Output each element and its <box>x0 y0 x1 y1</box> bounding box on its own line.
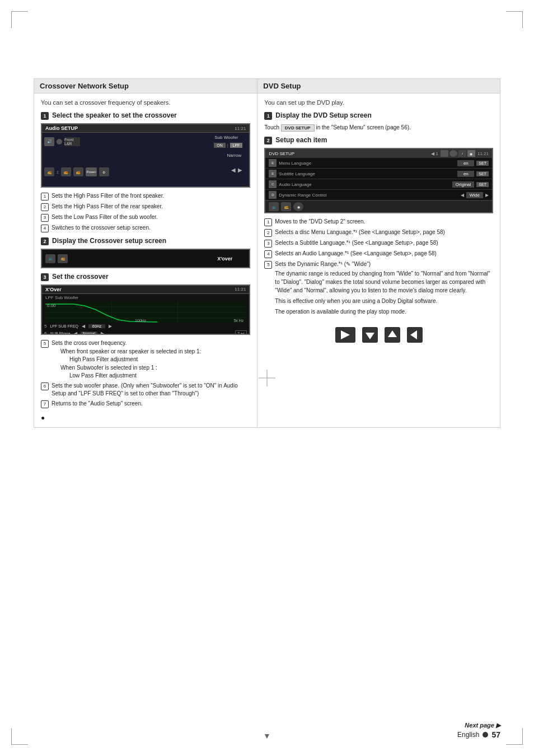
right-column: DVD Setup You can set up the DVD play. 1… <box>257 79 500 427</box>
dvd-row1-icon: E <box>269 159 277 167</box>
dvd-page-indicator: ◀ 1 <box>431 151 438 156</box>
xover-screen-title: X'Over <box>45 287 62 292</box>
dvd-step1-header: 1 Display the DVD Setup screen <box>264 111 493 120</box>
dvd-row3-label: Audio Language <box>279 182 311 187</box>
callout-7: 7 Returns to the "Audio Setup" screen. <box>41 400 250 408</box>
right-arrow: ▶ <box>238 167 242 173</box>
dvd-step2-label: Setup each item <box>275 136 327 144</box>
next-page-label: Next page ▶ <box>465 722 500 729</box>
two-column-layout: Crossover Network Setup You can set a cr… <box>34 78 500 428</box>
ctrl1-val: 60Hz <box>88 324 105 328</box>
callout-5: 5 Sets the cross over frequency. When fr… <box>41 339 250 380</box>
icon2: 📻 <box>61 167 71 176</box>
xover-controls: 5 LPF SUB FREQ ◀ 60Hz ▶ <box>42 323 249 330</box>
ctrl1-callout: 5 <box>44 324 46 329</box>
left-section-title: Crossover Network Setup <box>34 79 257 94</box>
dvd-row1-set: SET <box>476 161 489 166</box>
dvd-callout-3: 3 Selects a Subtitle Language.*¹ (See <L… <box>264 239 493 248</box>
xover-title-bar: X'Over 11:21 <box>42 286 249 294</box>
step3-header: 3 Set the crossover <box>41 273 250 281</box>
sub-woofer-label: Sub Woofer <box>214 135 238 140</box>
step1-header: 1 Select the speaker to set the crossove… <box>41 111 250 120</box>
dvd-row-audio-lang: C Audio Language Original SET <box>265 179 492 190</box>
dvd-row2-set: SET <box>476 171 489 176</box>
down-arrow: ▼ <box>263 731 271 740</box>
power-label: Power <box>86 167 97 176</box>
dvd-row-menu-lang: E Menu Language en SET <box>265 158 492 169</box>
dvd-bottom-icon3: ◉ <box>293 202 303 211</box>
left-column: Crossover Network Setup You can set a cr… <box>34 79 257 427</box>
corner-mark-br <box>506 728 523 745</box>
corner-mark-tr <box>506 11 523 28</box>
dvd-row4-icon: D <box>269 191 277 199</box>
dvd-callout-2: 2 Selects a disc Menu Language.*¹ (See <… <box>264 228 493 237</box>
ctrl2-right: ▶ <box>101 331 104 335</box>
callout-1: 1 Sets the High Pass Filter of the front… <box>41 192 250 200</box>
dvd-row-subtitle-lang: E Subtitle Language en SET <box>265 169 492 179</box>
return-btn: 7 ↩ <box>235 330 247 335</box>
dvd-row1-label: Menu Language <box>279 161 311 166</box>
icon1: 📻 <box>44 167 54 176</box>
dvd-row4-value: Wide <box>466 192 483 198</box>
icon4: ⚙ <box>99 167 109 176</box>
bullet-point: ● <box>41 414 250 422</box>
left-arrow: ◀ <box>231 167 236 173</box>
dvd-row2-label: Subtitle Language <box>279 171 315 176</box>
dvd-icon2 <box>449 150 457 157</box>
svg-text:0.00: 0.00 <box>47 303 56 308</box>
ctrl2-callout: 6 <box>44 331 46 335</box>
nav-play-icon <box>335 327 355 343</box>
step3-num: 3 <box>41 273 49 281</box>
step2-label: Display the Crossover setup screen <box>52 237 166 245</box>
dvd-bottom-icon2: 📻 <box>281 202 291 211</box>
callout-3: 3 Sets the Low Pass Filter of the sub wo… <box>41 213 250 222</box>
callout-4: 4 Switches to the crossover setup screen… <box>41 224 250 232</box>
crossover-display-screen: 📺 📻 X'over ☞ <box>41 249 250 268</box>
corner-mark-tl <box>11 11 28 28</box>
nav-up-icon <box>385 327 400 343</box>
page-number: 57 <box>491 730 500 739</box>
dvd-row3-value: Original <box>452 181 475 188</box>
dvd-screen-time: 11:21 <box>477 151 489 156</box>
audio-setup-title: Audio SETUP <box>45 125 78 131</box>
dvd-step1-num: 1 <box>264 112 272 120</box>
dvd-step2-header: 2 Setup each item <box>264 136 493 144</box>
lpf-btn: LPF <box>230 143 243 148</box>
dvd-row3-set: SET <box>476 182 489 187</box>
tv-icon: 📺 <box>45 254 55 263</box>
xover-sub-title: LPF Sub Woofer <box>42 294 249 301</box>
callout-6: 6 Sets the sub woofer phase. (Only when … <box>41 382 250 398</box>
dvd-setup-title-bar: DVD SETUP ◀ 1 ♪ ◉ 11:21 <box>265 149 492 158</box>
dvd-callout-5: 5 Sets the Dynamic Range.*¹ (✎ "Wide") T… <box>264 260 493 316</box>
language-page-line: English 57 <box>457 730 500 739</box>
dvd-row2-value: en <box>457 171 474 177</box>
language-text: English <box>457 731 479 739</box>
dvd-row3-icon: C <box>269 180 277 188</box>
xover-text: X'over <box>217 256 232 262</box>
language-dot <box>483 732 488 738</box>
dvd-callouts: 1 Moves to the "DVD Setup 2" screen. 2 S… <box>264 218 493 316</box>
step3-callouts: 5 Sets the cross over frequency. When fr… <box>41 339 250 408</box>
step1-num: 1 <box>41 112 49 120</box>
step3-label: Set the crossover <box>52 273 109 281</box>
icon3: 📻 <box>73 167 83 176</box>
nav-back-icon <box>407 327 423 343</box>
corner-mark-bl <box>11 728 28 745</box>
dvd-icon1 <box>441 150 448 157</box>
ctrl1-left: ◀ <box>82 324 85 329</box>
dvd-row2-icon: E <box>269 170 277 178</box>
audio-setup-time: 11:21 <box>235 126 246 131</box>
audio-setup-screen: Audio SETUP 11:21 Sub Woofer ON | LPF <box>41 123 250 188</box>
dvd-setup-screen: DVD SETUP ◀ 1 ♪ ◉ 11:21 <box>264 148 493 213</box>
step2-header: 2 Display the Crossover setup screen <box>41 237 250 245</box>
dvd-icon4: ◉ <box>467 150 475 157</box>
dvd-step1-label: Display the DVD Setup screen <box>275 111 371 119</box>
right-section-intro: You can set up the DVD play. <box>264 99 493 106</box>
dvd-row4-left: ◀ <box>461 193 464 198</box>
ctrl2-left: ◀ <box>74 331 77 335</box>
step1-callouts: 1 Sets the High Pass Filter of the front… <box>41 192 250 232</box>
dvd-setup-title-text: DVD SETUP <box>269 151 294 156</box>
finger-cursor-icon: ☞ <box>236 253 243 264</box>
dvd-step2-num: 2 <box>264 137 272 144</box>
separator: | <box>227 143 228 147</box>
